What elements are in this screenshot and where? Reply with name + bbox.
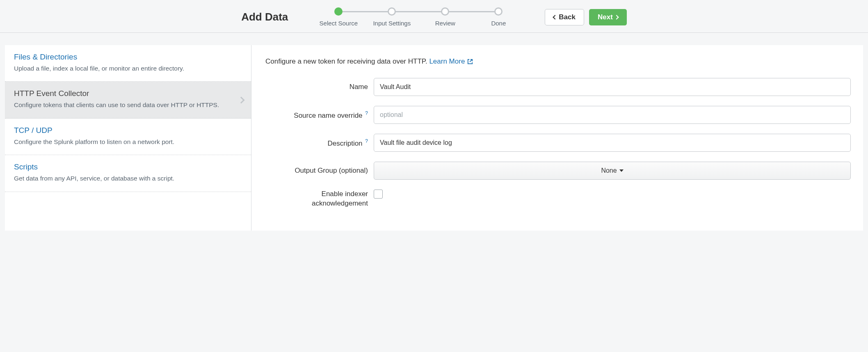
step-label: Input Settings	[373, 20, 411, 27]
sidebar-item-desc: Get data from any API, service, or datab…	[14, 174, 242, 183]
header-bar: Add Data Select Source Input Settings Re…	[0, 0, 868, 33]
step-connector	[392, 11, 445, 12]
learn-more-label: Learn More	[429, 57, 465, 66]
main-panel: Configure a new token for receiving data…	[251, 45, 863, 231]
sidebar-item-desc: Configure tokens that clients can use to…	[14, 101, 242, 110]
stepper: Select Source Input Settings Review Done	[312, 7, 525, 27]
sidebar-item-http-event-collector[interactable]: HTTP Event Collector Configure tokens th…	[5, 82, 251, 118]
external-link-icon	[467, 59, 473, 64]
step-dot-icon	[388, 7, 396, 16]
step-dot-icon	[494, 7, 503, 16]
page-title: Add Data	[241, 11, 288, 23]
indexer-ack-checkbox[interactable]	[374, 190, 383, 199]
step-connector	[445, 11, 498, 12]
sidebar-item-desc: Upload a file, index a local file, or mo…	[14, 64, 242, 73]
step-dot-icon	[441, 7, 449, 16]
sidebar-item-title: HTTP Event Collector	[14, 89, 242, 98]
source-override-label-text: Source name override	[294, 111, 362, 119]
form-row-description: Description ?	[265, 134, 851, 152]
description-label-text: Description	[328, 139, 363, 147]
step-label: Done	[491, 20, 506, 27]
back-button[interactable]: Back	[545, 9, 584, 25]
step-done[interactable]: Done	[472, 7, 525, 27]
description-input[interactable]	[374, 134, 851, 152]
help-icon[interactable]: ?	[365, 110, 368, 116]
header-buttons: Back Next	[545, 9, 627, 25]
step-input-settings[interactable]: Input Settings	[365, 7, 418, 27]
chevron-left-icon	[553, 15, 557, 19]
intro-text-row: Configure a new token for receiving data…	[265, 57, 851, 66]
step-select-source[interactable]: Select Source	[312, 7, 365, 27]
sidebar-item-scripts[interactable]: Scripts Get data from any API, service, …	[5, 155, 251, 192]
step-connector	[338, 11, 392, 12]
content-area: Files & Directories Upload a file, index…	[0, 33, 868, 231]
back-button-label: Back	[559, 13, 576, 21]
next-button[interactable]: Next	[589, 9, 627, 25]
source-sidebar: Files & Directories Upload a file, index…	[5, 45, 251, 231]
caret-down-icon	[619, 169, 624, 172]
step-label: Select Source	[320, 20, 358, 27]
output-group-value: None	[601, 167, 617, 174]
indexer-ack-label: Enable indexer acknowledgement	[265, 190, 368, 208]
form-row-source-override: Source name override ?	[265, 106, 851, 124]
help-icon[interactable]: ?	[365, 138, 368, 144]
step-label: Review	[435, 20, 455, 27]
sidebar-item-tcp-udp[interactable]: TCP / UDP Configure the Splunk platform …	[5, 119, 251, 155]
sidebar-item-desc: Configure the Splunk platform to listen …	[14, 137, 242, 146]
intro-text: Configure a new token for receiving data…	[265, 57, 429, 65]
step-review[interactable]: Review	[418, 7, 472, 27]
sidebar-item-files-directories[interactable]: Files & Directories Upload a file, index…	[5, 45, 251, 82]
step-dot-icon	[334, 7, 343, 16]
learn-more-link[interactable]: Learn More	[429, 57, 473, 66]
output-group-select[interactable]: None	[374, 162, 851, 180]
form-row-output-group: Output Group (optional) None	[265, 162, 851, 180]
sidebar-item-title: TCP / UDP	[14, 126, 242, 135]
name-label: Name	[265, 83, 368, 91]
sidebar-item-title: Scripts	[14, 162, 242, 171]
chevron-right-icon	[614, 15, 619, 19]
next-button-label: Next	[598, 13, 613, 21]
form-row-name: Name	[265, 78, 851, 96]
output-group-label: Output Group (optional)	[265, 167, 368, 175]
form-row-indexer-ack: Enable indexer acknowledgement	[265, 190, 851, 208]
source-override-input[interactable]	[374, 106, 851, 124]
description-label: Description ?	[265, 138, 368, 148]
sidebar-item-title: Files & Directories	[14, 53, 242, 62]
source-override-label: Source name override ?	[265, 110, 368, 120]
name-input[interactable]	[374, 78, 851, 96]
